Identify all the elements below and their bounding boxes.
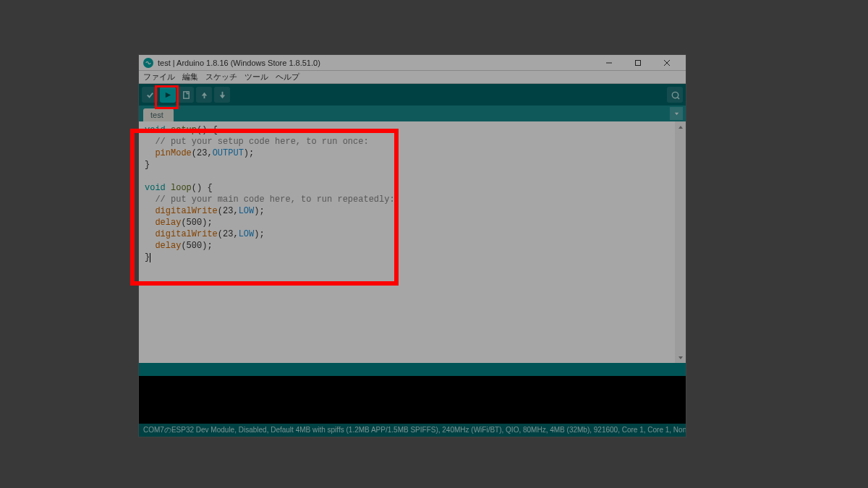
menubar: ファイル 編集 スケッチ ツール ヘルプ [139,71,686,84]
code-text: ); [254,206,264,216]
code-editor[interactable]: void setup() { // put your setup code he… [139,121,686,363]
tabstrip: test [139,106,686,121]
svg-marker-6 [201,92,206,95]
comment: // put your main code here, to run repea… [145,194,395,205]
sketch-tab[interactable]: test [143,108,174,121]
upload-button[interactable] [160,87,176,103]
keyword: void [145,125,166,135]
menu-file[interactable]: ファイル [143,72,175,82]
function-call: digitalWrite [155,229,217,239]
constant: LOW [239,206,255,216]
code-text [145,241,155,251]
code-text: ); [254,229,264,239]
arduino-ide-window: test | Arduino 1.8.16 (Windows Store 1.8… [138,54,686,437]
toolbar [139,84,686,106]
console-output[interactable] [139,376,686,424]
constant: OUTPUT [213,148,244,158]
editor-area: void setup() { // put your setup code he… [139,121,686,363]
function-call: digitalWrite [155,206,217,216]
svg-marker-9 [219,95,224,98]
svg-marker-12 [674,112,678,115]
window-controls [595,55,681,71]
svg-marker-13 [678,126,683,129]
svg-line-11 [677,97,679,99]
code-text: (500); [181,218,212,228]
vertical-scrollbar[interactable] [675,121,686,363]
keyword: void [145,183,166,193]
code-text [145,148,155,158]
svg-marker-14 [678,356,683,359]
serial-monitor-button[interactable] [667,87,683,103]
maximize-button[interactable] [624,55,652,71]
statusbar: COM7のESP32 Dev Module, Disabled, Default… [139,424,686,437]
comment: // put your setup code here, to run once… [145,137,369,147]
code-text: (23, [192,148,213,158]
code-text: () { [197,125,218,135]
function-name: loop [171,183,192,193]
svg-marker-4 [165,92,170,97]
minimize-button[interactable] [595,55,624,71]
menu-help[interactable]: ヘルプ [276,72,299,82]
function-call: pinMode [155,148,191,158]
menu-sketch[interactable]: スケッチ [205,72,237,82]
function-call: delay [155,241,181,251]
verify-button[interactable] [142,87,158,103]
message-bar [139,363,686,376]
code-text [145,206,155,216]
function-name: setup [171,125,197,135]
svg-rect-1 [636,60,641,65]
board-info: COM7のESP32 Dev Module, Disabled, Default… [143,425,686,435]
code-text: ); [244,148,254,158]
scroll-up-icon[interactable] [675,121,686,132]
code-text [145,229,155,239]
new-sketch-button[interactable] [178,87,194,103]
code-text: } [145,252,150,262]
constant: LOW [239,229,255,239]
code-text: (23, [218,206,239,216]
menu-tools[interactable]: ツール [244,72,268,82]
tab-menu-button[interactable] [670,107,683,120]
save-sketch-button[interactable] [214,87,230,103]
scroll-down-icon[interactable] [675,352,686,363]
function-call: delay [155,218,181,228]
svg-rect-5 [183,91,188,98]
window-title: test | Arduino 1.8.16 (Windows Store 1.8… [158,59,595,67]
open-sketch-button[interactable] [196,87,212,103]
code-text [145,218,155,228]
menu-edit[interactable]: 編集 [182,72,198,82]
titlebar: test | Arduino 1.8.16 (Windows Store 1.8… [139,55,686,71]
code-text: (23, [218,229,239,239]
close-button[interactable] [652,55,681,71]
code-text: } [145,160,150,170]
code-text: (500); [181,241,212,251]
text-cursor [150,253,150,262]
arduino-logo-icon [143,58,153,68]
code-text: () { [192,183,213,193]
